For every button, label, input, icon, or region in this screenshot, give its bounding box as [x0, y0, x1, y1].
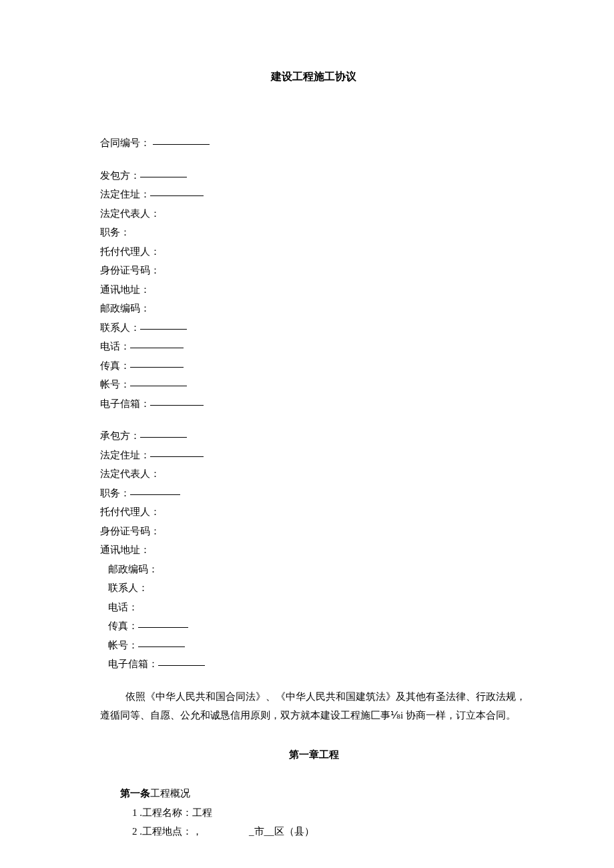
article-1-title: 第一条工程概况: [100, 784, 527, 803]
contract-number-label: 合同编号：: [100, 137, 150, 148]
party-b-account-blank[interactable]: [138, 636, 185, 647]
party-b-position-label: 职务：: [100, 488, 130, 498]
article-1-suffix: 工程概况: [150, 788, 190, 799]
party-a-fax-label: 传真：: [100, 360, 130, 371]
party-b-id-label: 身份证号码：: [100, 526, 160, 536]
article-1-item-2: 2 .工程地点：，_市__区（县）: [100, 822, 527, 841]
party-a-block: 发包方： 法定住址： 法定代表人： 职务： 托付代理人： 身份证号码： 通讯地址…: [100, 166, 527, 414]
party-a-postcode-label: 邮政编码：: [100, 303, 150, 314]
party-b-account-label: 帐号：: [108, 640, 138, 650]
party-b-phone-label: 电话：: [108, 602, 138, 612]
party-a-id-label: 身份证号码：: [100, 265, 160, 276]
party-b-email-label: 电子信箱：: [108, 659, 158, 669]
party-a-account-blank[interactable]: [130, 376, 187, 386]
party-b-fax-label: 传真：: [108, 620, 138, 631]
party-b-agent-label: 托付代理人：: [100, 506, 160, 517]
party-a-account-label: 帐号：: [100, 379, 130, 390]
party-a-legal-rep-label: 法定代表人：: [100, 208, 160, 219]
article-1-item-2a: 2 .工程地点：，: [132, 826, 202, 837]
party-b-postcode-label: 邮政编码：: [108, 564, 158, 574]
party-a-agent-label: 托付代理人：: [100, 246, 160, 257]
party-a-address-blank[interactable]: [150, 185, 204, 196]
party-b-legal-rep-label: 法定代表人：: [100, 468, 160, 479]
party-b-name-blank[interactable]: [140, 427, 187, 438]
article-1: 第一条工程概况 1 .工程名称：工程 2 .工程地点：，_市__区（县）: [100, 784, 527, 841]
party-a-contact-blank[interactable]: [140, 319, 187, 330]
article-1-item-1: 1 .工程名称：工程: [100, 803, 527, 823]
party-a-email-blank[interactable]: [150, 395, 204, 406]
party-a-header: 发包方：: [100, 170, 140, 181]
party-a-mail-addr-label: 通讯地址：: [100, 284, 150, 295]
party-b-address-label: 法定住址：: [100, 450, 150, 460]
party-b-position-blank[interactable]: [130, 484, 180, 495]
chapter-1-heading: 第一章工程: [100, 745, 527, 765]
document-title: 建设工程施工协议: [100, 67, 527, 87]
party-b-email-blank[interactable]: [158, 655, 205, 666]
article-1-item-2b: _市__区（县）: [249, 826, 314, 837]
party-b-header: 承包方：: [100, 430, 140, 441]
party-a-address-label: 法定住址：: [100, 189, 150, 199]
intro-paragraph: 依照《中华人民共和国合同法》、《中华人民共和国建筑法》及其他有圣法律、行政法规，…: [100, 687, 527, 725]
party-a-position-label: 职务：: [100, 227, 130, 238]
party-b-block: 承包方： 法定住址： 法定代表人： 职务： 托付代理人： 身份证号码： 通讯地址…: [100, 426, 527, 674]
party-b-fax-blank[interactable]: [138, 617, 188, 628]
contract-number-field: 合同编号：: [100, 133, 527, 153]
party-b-mail-addr-label: 通讯地址：: [100, 544, 150, 555]
party-a-name-blank[interactable]: [140, 167, 187, 177]
party-b-address-blank[interactable]: [150, 446, 204, 457]
party-a-fax-blank[interactable]: [130, 357, 184, 368]
party-a-email-label: 电子信箱：: [100, 398, 150, 409]
contract-number-blank[interactable]: [153, 134, 210, 145]
party-a-phone-label: 电话：: [100, 341, 130, 352]
article-1-prefix: 第一条: [120, 788, 150, 799]
party-a-phone-blank[interactable]: [130, 338, 184, 348]
party-a-contact-label: 联系人：: [100, 322, 140, 333]
party-b-contact-label: 联系人：: [108, 582, 148, 593]
